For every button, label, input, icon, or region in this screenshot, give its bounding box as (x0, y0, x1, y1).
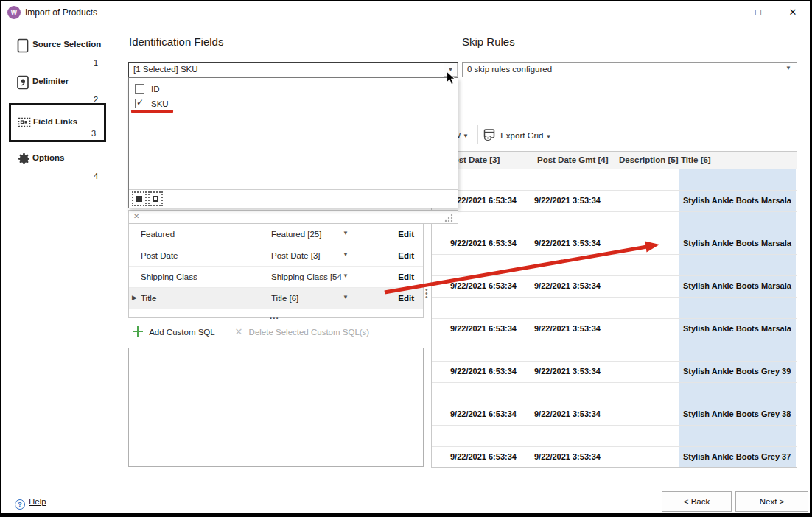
grid-column-header[interactable]: Post Date Gmt [4] (537, 155, 609, 164)
sidebar-step-number: 1 (94, 58, 98, 67)
mapping-row-shipping-class[interactable]: Shipping ClassShipping Class [54▼Edit (129, 267, 423, 288)
window-title: Import of Products (25, 7, 97, 18)
cell-post-date: 9/22/2021 6:53:34 (450, 452, 517, 461)
mapping-panel-header: ✕ (128, 210, 458, 224)
grid-row[interactable] (432, 340, 797, 362)
custom-sql-textarea[interactable] (128, 348, 424, 467)
field-links-icon (18, 116, 31, 132)
identification-option-sku[interactable]: ✓SKU (129, 97, 458, 112)
grid-row[interactable]: 9/22/2021 6:53:349/22/2021 3:53:34Stylis… (432, 191, 797, 212)
grid-row[interactable] (432, 212, 797, 233)
identification-combo-value: [1 Selected] SKU (133, 65, 198, 74)
close-icon[interactable]: ✕ (133, 212, 139, 220)
cell-title: Stylish Ankle Boots Marsala (683, 239, 791, 247)
sidebar-step-source-selection[interactable]: Source Selection1 (10, 35, 106, 69)
edit-link[interactable]: Edit (398, 272, 414, 281)
title-bar: w Import of Products □ ✕ (1, 1, 810, 24)
grid-row[interactable]: 9/22/2021 6:53:349/22/2021 3:53:34Stylis… (432, 233, 797, 255)
grid-row[interactable] (432, 383, 797, 404)
grid-row[interactable]: 9/22/2021 6:53:349/22/2021 3:53:34Stylis… (432, 319, 797, 340)
help-link[interactable]: ?Help (15, 497, 46, 510)
mapping-field-name: Title (141, 294, 156, 303)
cell-post-date-gmt: 9/22/2021 3:53:34 (534, 367, 601, 376)
identification-combo-dropdown-button[interactable]: ▼ (444, 63, 458, 77)
help-label: Help (29, 497, 46, 506)
current-row-marker-icon: ▶ (132, 294, 137, 301)
mapping-field-name: Shipping Class (141, 272, 197, 281)
grid-row[interactable] (432, 426, 797, 447)
skip-rules-combo-value: 0 skip rules configured (467, 65, 552, 74)
mapping-source-value: Shipping Class [54 (271, 272, 342, 281)
deselect-all-button[interactable] (148, 191, 163, 206)
grid-row[interactable]: 9/22/2021 6:53:349/22/2021 3:53:34Stylis… (432, 447, 797, 468)
select-all-button[interactable] (132, 191, 147, 206)
sidebar-step-delimiter[interactable]: Delimiter2 (10, 72, 106, 106)
chevron-down-icon[interactable]: ▼ (343, 272, 349, 279)
mapping-source-value: Post Date [3] (271, 251, 320, 260)
sidebar-step-label: Options (32, 153, 64, 162)
edit-link[interactable]: Edit (398, 251, 414, 260)
toolbar-separator (477, 125, 478, 144)
grid-row[interactable] (432, 169, 797, 191)
option-label: ID (151, 85, 160, 94)
row-options-icon[interactable]: ••• (425, 288, 428, 299)
grid-row[interactable]: 9/22/2021 6:53:349/22/2021 3:53:34Stylis… (432, 362, 797, 383)
sidebar-step-options[interactable]: Options4 (10, 149, 106, 183)
delete-custom-sql-button[interactable]: ✕ Delete Selected Custom SQL(s) (234, 328, 369, 337)
next-button[interactable]: Next > (735, 491, 808, 512)
identification-dropdown-panel: ID✓SKU (128, 77, 458, 208)
sidebar-step-field-links[interactable]: Field Links3 (9, 103, 106, 142)
grid-header-row: Post Date [3]Post Date Gmt [4]Descriptio… (432, 152, 797, 169)
cell-post-date-gmt: 9/22/2021 3:53:34 (534, 409, 601, 418)
resize-grip-icon[interactable] (444, 214, 453, 222)
mapping-row-title[interactable]: ▶TitleTitle [6]▼Edit (129, 288, 423, 309)
identification-fields-combobox[interactable]: [1 Selected] SKU (128, 62, 458, 77)
cell-title: Stylish Ankle Boots Grey 37 (683, 452, 791, 461)
cell-title: Stylish Ankle Boots Grey 39 (683, 367, 791, 376)
chevron-down-icon: ▼ (546, 133, 552, 140)
cell-post-date-gmt: 9/22/2021 3:53:34 (534, 281, 601, 290)
grid-row[interactable]: 9/22/2021 6:53:349/22/2021 3:53:34Stylis… (432, 404, 797, 426)
cell-post-date-gmt: 9/22/2021 3:53:34 (534, 239, 601, 247)
field-mapping-table: FeaturedFeatured [25]▼EditPost DatePost … (128, 224, 424, 318)
grid-row[interactable] (432, 255, 797, 276)
mapping-row-featured[interactable]: FeaturedFeatured [25]▼Edit (129, 224, 423, 245)
delete-x-icon: ✕ (234, 326, 242, 337)
cell-post-date: 9/22/2021 6:53:34 (450, 281, 517, 290)
sidebar-step-number: 4 (94, 172, 98, 180)
checkbox-icon[interactable]: ✓ (135, 99, 144, 108)
grid-column-header[interactable]: Description [5] (619, 155, 679, 164)
edit-link[interactable]: Edit (398, 294, 414, 303)
checkbox-icon[interactable] (135, 84, 144, 94)
close-button[interactable]: ✕ (785, 7, 801, 20)
cell-post-date-gmt: 9/22/2021 3:53:34 (534, 452, 601, 461)
skip-rules-heading: Skip Rules (462, 35, 515, 48)
chevron-down-icon[interactable]: ▼ (343, 294, 349, 300)
grid-row[interactable]: 9/22/2021 6:53:349/22/2021 3:53:34Stylis… (432, 276, 797, 298)
edit-link[interactable]: Edit (398, 230, 414, 239)
grid-row[interactable] (432, 298, 797, 319)
cell-title: Stylish Ankle Boots Marsala (683, 281, 791, 290)
chevron-down-icon[interactable]: ▼ (343, 315, 349, 318)
chevron-down-icon[interactable]: ▼ (343, 251, 349, 258)
delete-custom-sql-label: Delete Selected Custom SQL(s) (249, 328, 370, 337)
mapping-row-post-date[interactable]: Post DatePost Date [3]▼Edit (129, 245, 423, 267)
add-custom-sql-button[interactable]: Add Custom SQL (133, 328, 217, 337)
grid-column-header[interactable]: Title [6] (681, 155, 711, 164)
grid-body: 9/22/2021 6:53:349/22/2021 3:53:34Stylis… (432, 169, 797, 467)
edit-link[interactable]: Edit (398, 315, 414, 318)
quote-icon (17, 75, 29, 93)
cell-title: Stylish Ankle Boots Marsala (683, 196, 791, 205)
identification-fields-heading: Identification Fields (129, 35, 223, 48)
chevron-down-icon[interactable]: ▼ (343, 230, 349, 236)
custom-sql-toolbar: Add Custom SQL ✕ Delete Selected Custom … (133, 326, 369, 337)
back-button[interactable]: < Back (662, 491, 732, 512)
mapping-field-name: Featured (141, 230, 175, 239)
skip-rules-combobox[interactable]: 0 skip rules configured ▼ (462, 62, 797, 77)
cell-title: Stylish Ankle Boots Marsala (683, 324, 791, 333)
maximize-button[interactable]: □ (750, 7, 766, 20)
document-icon (17, 38, 29, 56)
export-grid-button[interactable]: Export Grid ▼ (483, 128, 552, 141)
plus-icon (133, 326, 143, 337)
identification-option-id[interactable]: ID (129, 82, 458, 97)
